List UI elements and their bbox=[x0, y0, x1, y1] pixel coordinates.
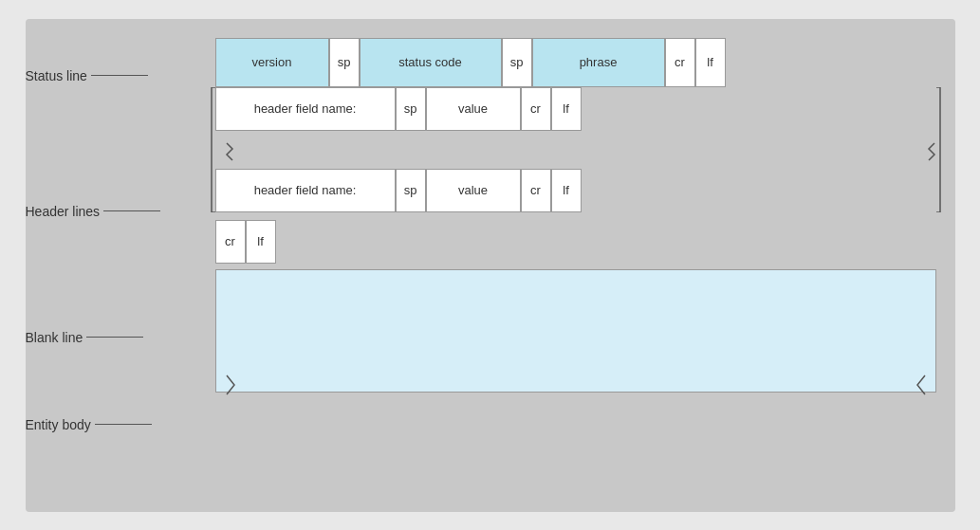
status-code-cell: status code bbox=[360, 38, 502, 87]
entity-body-box bbox=[215, 269, 936, 393]
right-bracket-icon bbox=[936, 87, 952, 212]
entity-body-section bbox=[215, 269, 936, 393]
bottom-left-zigzag-icon bbox=[225, 372, 263, 400]
header-row-1: header field name: sp value cr lf bbox=[215, 87, 936, 131]
header-cr-cell-1: cr bbox=[521, 87, 551, 131]
header-lf-cell-1: lf bbox=[551, 87, 582, 131]
blank-cr-cell: cr bbox=[215, 220, 246, 264]
entity-body-label: Entity body bbox=[26, 417, 152, 432]
header-cr-cell-2: cr bbox=[521, 169, 551, 212]
phrase-cell: phrase bbox=[532, 38, 665, 87]
header-row-2: header field name: sp value cr lf bbox=[215, 169, 936, 212]
header-value-cell-1: value bbox=[426, 87, 521, 131]
blank-lf-cell: lf bbox=[246, 220, 276, 264]
cr-cell-status: cr bbox=[665, 38, 695, 87]
header-name-cell-1: header field name: bbox=[215, 87, 396, 131]
blank-line-row: cr lf bbox=[215, 220, 936, 264]
right-zigzag-icon bbox=[898, 136, 936, 164]
left-bracket-icon bbox=[200, 87, 215, 212]
header-sp-cell-1: sp bbox=[396, 87, 426, 131]
diagram-content: version sp status code sp phrase cr lf bbox=[215, 38, 936, 493]
header-section: header field name: sp value cr lf bbox=[215, 87, 936, 212]
header-sp-cell-2: sp bbox=[396, 169, 426, 212]
header-value-cell-2: value bbox=[426, 169, 521, 212]
header-lf-cell-2: lf bbox=[551, 169, 582, 212]
sp2-cell: sp bbox=[502, 38, 532, 87]
dots-row bbox=[215, 131, 936, 169]
status-line-row: version sp status code sp phrase cr lf bbox=[215, 38, 936, 87]
header-name-cell-2: header field name: bbox=[215, 169, 396, 212]
header-lines-label: Header lines bbox=[26, 204, 161, 219]
left-zigzag-icon bbox=[225, 136, 263, 164]
bottom-right-zigzag-icon bbox=[889, 372, 927, 400]
diagram-container: Status line Header lines Blank line Enti… bbox=[26, 19, 955, 512]
sp1-cell: sp bbox=[329, 38, 360, 87]
blank-line-label: Blank line bbox=[26, 330, 144, 345]
version-cell: version bbox=[215, 38, 329, 87]
status-line-label: Status line bbox=[26, 68, 148, 83]
lf-cell-status: lf bbox=[695, 38, 726, 87]
